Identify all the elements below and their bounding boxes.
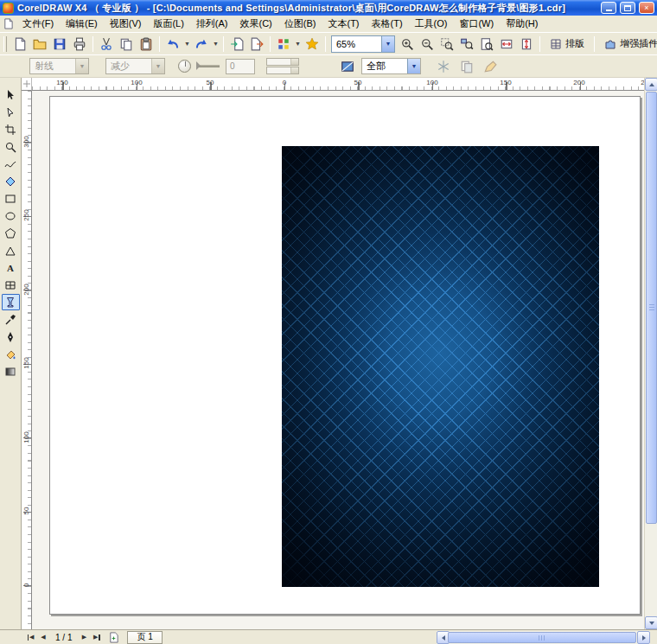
basic-shapes-tool[interactable] bbox=[2, 242, 20, 258]
redo-button[interactable] bbox=[192, 35, 211, 54]
menu-arrange[interactable]: 排列(A) bbox=[190, 16, 234, 32]
application-launcher-caret[interactable]: ▼ bbox=[294, 35, 302, 54]
menu-view[interactable]: 视图(V) bbox=[104, 16, 148, 32]
interactive-fill-tool[interactable] bbox=[2, 363, 20, 379]
typesetting-plugin-button[interactable]: 排版 bbox=[544, 35, 590, 54]
application-launcher-icon bbox=[277, 37, 290, 51]
center-x-stepper[interactable] bbox=[266, 58, 299, 66]
add-page-button[interactable] bbox=[106, 631, 120, 643]
table-tool[interactable] bbox=[2, 277, 20, 293]
shape-tool[interactable] bbox=[2, 104, 20, 120]
smart-fill-tool[interactable] bbox=[2, 173, 20, 189]
redo-dropdown-caret[interactable]: ▼ bbox=[212, 35, 220, 54]
zoom-out-button[interactable] bbox=[418, 35, 437, 54]
grid-pattern-artwork[interactable] bbox=[282, 146, 599, 587]
transparency-target-combo[interactable]: 全部 ▼ bbox=[361, 58, 421, 74]
chevron-down-icon[interactable]: ▼ bbox=[75, 59, 88, 73]
save-button[interactable] bbox=[50, 35, 69, 54]
zoom-all-objects-button[interactable] bbox=[457, 35, 476, 54]
transparency-midpoint-slider[interactable] bbox=[197, 65, 220, 67]
zoom-to-page-button[interactable] bbox=[477, 35, 496, 54]
edit-transparency-button[interactable] bbox=[481, 58, 500, 75]
menu-help[interactable]: 帮助(H) bbox=[500, 16, 544, 32]
previous-page-button[interactable]: ◀ bbox=[37, 631, 49, 643]
close-button[interactable]: × bbox=[639, 2, 654, 14]
menu-file[interactable]: 文件(F) bbox=[16, 16, 60, 32]
last-page-button[interactable]: ▶ bbox=[91, 631, 103, 643]
menu-effects[interactable]: 效果(C) bbox=[234, 16, 278, 32]
scroll-up-button[interactable] bbox=[645, 78, 657, 91]
restore-button[interactable] bbox=[620, 2, 635, 14]
ruler-label: 50 bbox=[354, 79, 362, 86]
vertical-ruler[interactable]: 300 250 200 150 100 50 0 bbox=[22, 91, 32, 629]
ruler-origin[interactable] bbox=[22, 78, 32, 91]
fill-tool[interactable] bbox=[2, 346, 20, 362]
menu-text[interactable]: 文本(T) bbox=[322, 16, 365, 32]
scroll-right-button[interactable] bbox=[637, 631, 650, 644]
rectangle-tool[interactable] bbox=[2, 190, 20, 207]
chevron-down-icon[interactable]: ▼ bbox=[381, 36, 394, 52]
page[interactable] bbox=[49, 96, 641, 615]
crop-tool[interactable] bbox=[2, 121, 20, 137]
freehand-tool[interactable] bbox=[2, 156, 20, 172]
zoom-tool[interactable] bbox=[2, 138, 20, 155]
import-button[interactable] bbox=[227, 35, 246, 54]
menu-edit[interactable]: 编辑(E) bbox=[60, 16, 104, 32]
drawing-canvas[interactable] bbox=[32, 91, 644, 629]
paste-button[interactable] bbox=[137, 35, 156, 54]
copy-transparency-button[interactable] bbox=[457, 58, 476, 75]
undo-button[interactable] bbox=[163, 35, 182, 54]
application-launcher-button[interactable] bbox=[274, 35, 293, 54]
zoom-selected-button[interactable] bbox=[437, 35, 456, 54]
zoom-in-button[interactable] bbox=[398, 35, 417, 54]
zoom-level-combo[interactable]: 65% ▼ bbox=[331, 35, 395, 53]
minimize-button[interactable] bbox=[601, 2, 616, 14]
toolbar-grip[interactable] bbox=[3, 36, 7, 52]
chevron-down-icon[interactable]: ▼ bbox=[151, 59, 164, 73]
arrow-right-icon bbox=[642, 635, 646, 641]
stepper-arrows-icon[interactable] bbox=[290, 59, 298, 65]
ellipse-tool[interactable] bbox=[2, 207, 20, 224]
menu-tools[interactable]: 工具(O) bbox=[409, 16, 454, 32]
transparency-angle-dial[interactable] bbox=[178, 60, 191, 73]
undo-dropdown-caret[interactable]: ▼ bbox=[183, 35, 191, 54]
vertical-scroll-thumb[interactable] bbox=[646, 92, 657, 524]
vertical-scrollbar[interactable] bbox=[644, 78, 657, 629]
menu-table[interactable]: 表格(T) bbox=[366, 16, 409, 32]
print-button[interactable] bbox=[70, 35, 89, 54]
stepper-arrows-icon[interactable] bbox=[290, 67, 298, 73]
open-button[interactable] bbox=[30, 35, 49, 54]
page-tab[interactable]: 页 1 bbox=[127, 631, 162, 644]
transparency-midpoint-input[interactable]: 0 bbox=[226, 59, 255, 74]
eyedropper-tool[interactable] bbox=[2, 311, 20, 328]
next-page-button[interactable]: ▶ bbox=[78, 631, 90, 643]
cut-button[interactable] bbox=[97, 35, 116, 54]
zoom-to-height-button[interactable] bbox=[517, 35, 536, 54]
menu-bitmaps[interactable]: 位图(B) bbox=[278, 16, 322, 32]
pick-tool[interactable] bbox=[2, 86, 20, 103]
horizontal-scrollbar[interactable] bbox=[437, 631, 650, 644]
polygon-tool[interactable] bbox=[2, 225, 20, 241]
transparency-operation-combo[interactable]: 减少 ▼ bbox=[105, 58, 165, 74]
outline-pen-tool[interactable] bbox=[2, 328, 20, 345]
scroll-down-button[interactable] bbox=[645, 616, 657, 629]
center-y-stepper[interactable] bbox=[266, 67, 299, 74]
first-page-button[interactable]: ◀ bbox=[24, 631, 36, 643]
enhance-plugin-button[interactable]: 增强插件 bbox=[598, 35, 657, 54]
horizontal-ruler[interactable]: 150 100 50 0 50 100 150 200 250 bbox=[32, 78, 644, 91]
menu-layout[interactable]: 版面(L) bbox=[147, 16, 189, 32]
menu-window[interactable]: 窗口(W) bbox=[453, 16, 500, 32]
welcome-screen-button[interactable] bbox=[303, 35, 322, 54]
new-document-button[interactable] bbox=[10, 35, 29, 54]
transparency-type-combo[interactable]: 射线 ▼ bbox=[29, 58, 89, 74]
horizontal-scroll-thumb[interactable] bbox=[448, 632, 636, 643]
zoom-to-width-button[interactable] bbox=[497, 35, 516, 54]
interactive-transparency-tool[interactable] bbox=[2, 294, 20, 310]
freeze-transparency-button[interactable] bbox=[434, 58, 453, 75]
chevron-down-icon[interactable]: ▼ bbox=[407, 59, 420, 73]
transparency-swatch-button[interactable] bbox=[338, 58, 357, 75]
copy-button[interactable] bbox=[117, 35, 136, 54]
export-button[interactable] bbox=[247, 35, 266, 54]
slider-handle-icon[interactable] bbox=[196, 61, 201, 70]
text-tool[interactable]: A bbox=[2, 259, 20, 276]
